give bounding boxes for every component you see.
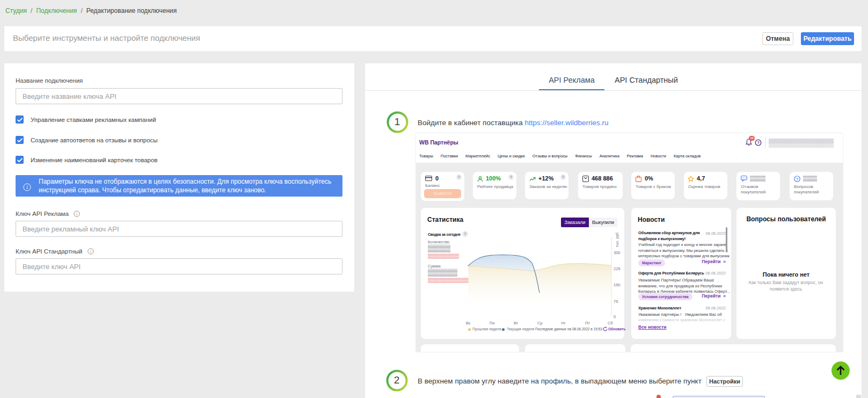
svg-text:i: i [76, 212, 77, 216]
svg-text:?: ? [796, 177, 798, 182]
svg-text:?: ? [757, 140, 760, 145]
svg-text:i: i [26, 185, 28, 190]
svg-text:i: i [90, 249, 91, 254]
